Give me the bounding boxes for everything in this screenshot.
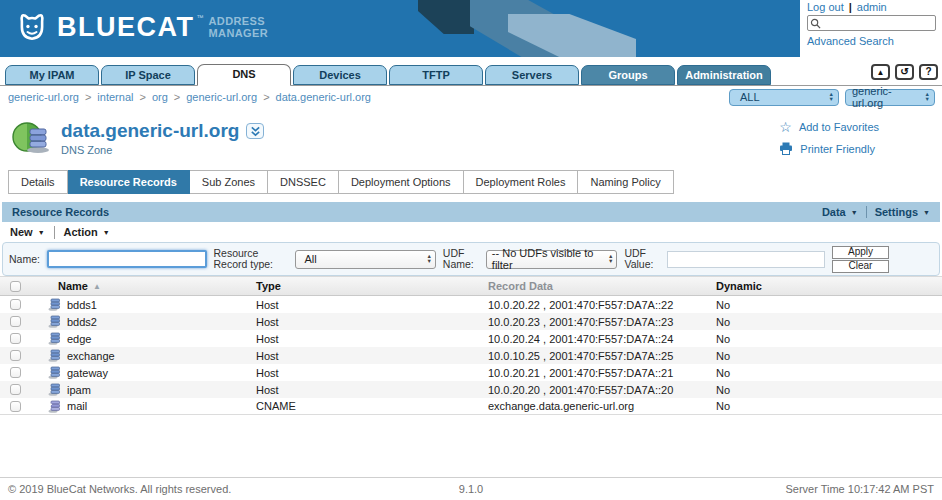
column-header-dynamic[interactable]: Dynamic xyxy=(716,280,942,292)
record-type: Host xyxy=(256,350,488,362)
star-icon: ☆ xyxy=(779,121,792,133)
column-header-name[interactable]: Name xyxy=(58,280,88,292)
subtab-sub-zones[interactable]: Sub Zones xyxy=(190,170,268,194)
breadcrumb-link[interactable]: generic-url.org xyxy=(8,91,79,103)
toolbar-divider xyxy=(54,226,55,239)
record-type: Host xyxy=(256,333,488,345)
header-decoration-shape xyxy=(418,0,474,34)
subtab-dnssec[interactable]: DNSSEC xyxy=(268,170,339,194)
host-record-icon xyxy=(48,332,61,345)
zone-select[interactable]: generic-url.org ▲▼ xyxy=(845,89,935,106)
dropdown-arrow-icon: ▼ xyxy=(103,229,110,236)
row-checkbox[interactable] xyxy=(10,316,21,327)
udf-name-select[interactable]: -- No UDFs visible to filter ▲▼ xyxy=(486,250,618,269)
breadcrumb-link-current[interactable]: data.generic-url.org xyxy=(276,91,371,103)
main-tab-bar: My IPAM IP Space DNS Devices TFTP Server… xyxy=(0,59,942,86)
current-user-link[interactable]: admin xyxy=(857,1,887,13)
history-button[interactable]: ↺ xyxy=(895,64,914,80)
add-to-favorites-link[interactable]: ☆ Add to Favorites xyxy=(779,121,879,133)
search-input[interactable] xyxy=(821,18,933,29)
tab-administration[interactable]: Administration xyxy=(677,65,771,85)
tab-groups[interactable]: Groups xyxy=(581,65,675,85)
record-name-link[interactable]: exchange xyxy=(67,350,115,362)
row-checkbox[interactable] xyxy=(10,333,21,344)
table-row: edge Host 10.0.20.24 , 2001:470:F557:DA7… xyxy=(0,330,942,347)
row-checkbox[interactable] xyxy=(10,367,21,378)
subtab-details[interactable]: Details xyxy=(8,170,68,194)
tab-bar-buttons: ▲ ↺ ? xyxy=(871,64,938,80)
version-text: 9.1.0 xyxy=(0,483,942,495)
record-data: 10.0.20.22 , 2001:470:F557:DA7A::22 xyxy=(488,299,716,311)
object-menu-button[interactable] xyxy=(246,123,264,139)
subtab-naming-policy[interactable]: Naming Policy xyxy=(578,170,673,194)
tab-ip-space[interactable]: IP Space xyxy=(101,65,195,85)
record-dynamic: No xyxy=(716,299,942,311)
filter-buttons: Apply Clear xyxy=(832,246,889,273)
table-row: bdds2 Host 10.0.20.23 , 2001:470:F557:DA… xyxy=(0,313,942,330)
breadcrumb-link[interactable]: org xyxy=(152,91,168,103)
printer-icon xyxy=(779,142,793,155)
page-title-group: data.generic-url.org DNS Zone xyxy=(12,118,264,164)
sort-asc-icon[interactable]: ▲ xyxy=(93,282,101,291)
data-menu[interactable]: Data ▼ xyxy=(822,206,858,218)
breadcrumb-link[interactable]: generic-url.org xyxy=(186,91,257,103)
tab-dns[interactable]: DNS xyxy=(197,64,291,86)
record-dynamic: No xyxy=(716,333,942,345)
record-name-link[interactable]: bdds2 xyxy=(67,316,97,328)
column-header-type[interactable]: Type xyxy=(256,280,488,292)
record-name-link[interactable]: edge xyxy=(67,333,91,345)
account-panel: Log out | admin Advanced Search xyxy=(800,0,942,57)
tab-servers[interactable]: Servers xyxy=(485,65,579,85)
help-button[interactable]: ? xyxy=(919,64,938,80)
record-type: Host xyxy=(256,367,488,379)
advanced-search-link[interactable]: Advanced Search xyxy=(807,35,894,47)
apply-button[interactable]: Apply xyxy=(832,246,889,259)
record-type: CNAME xyxy=(256,400,488,412)
record-name-link[interactable]: ipam xyxy=(67,384,91,396)
bluecat-address-manager-window: BLUECAT ™ ADDRESS MANAGER Log out | admi… xyxy=(0,0,942,500)
row-checkbox[interactable] xyxy=(10,401,21,412)
bluecat-logo: BLUECAT ™ ADDRESS MANAGER xyxy=(14,9,268,45)
row-checkbox[interactable] xyxy=(10,384,21,395)
logo-product-name: ADDRESS MANAGER xyxy=(208,15,268,39)
page-action-links: ☆ Add to Favorites Printer Friendly xyxy=(779,118,879,164)
zone-subtabs: Details Resource Records Sub Zones DNSSE… xyxy=(0,170,942,194)
record-name-link[interactable]: mail xyxy=(67,400,87,412)
printer-friendly-link[interactable]: Printer Friendly xyxy=(779,142,879,155)
object-type-label: DNS Zone xyxy=(61,144,264,156)
collapse-header-button[interactable]: ▲ xyxy=(871,64,890,80)
breadcrumb-row: generic-url.org > internal > org > gener… xyxy=(0,86,942,108)
name-filter-input[interactable] xyxy=(47,250,207,268)
subtab-resource-records[interactable]: Resource Records xyxy=(68,170,190,194)
logout-link[interactable]: Log out xyxy=(807,1,844,13)
record-type: Host xyxy=(256,384,488,396)
tab-my-ipam[interactable]: My IPAM xyxy=(5,65,99,85)
record-dynamic: No xyxy=(716,367,942,379)
new-menu[interactable]: New ▼ xyxy=(10,226,45,238)
record-type: Host xyxy=(256,299,488,311)
select-all-checkbox[interactable] xyxy=(10,281,21,292)
clear-button[interactable]: Clear xyxy=(832,260,889,273)
record-name-link[interactable]: bdds1 xyxy=(67,299,97,311)
subtab-deployment-options[interactable]: Deployment Options xyxy=(339,170,464,194)
tab-tftp[interactable]: TFTP xyxy=(389,65,483,85)
tab-devices[interactable]: Devices xyxy=(293,65,387,85)
record-type-select[interactable]: All ▲▼ xyxy=(295,250,436,269)
dns-zone-icon xyxy=(12,118,52,156)
breadcrumb-link[interactable]: internal xyxy=(97,91,133,103)
action-menu[interactable]: Action ▼ xyxy=(64,226,110,238)
record-data: 10.0.10.25 , 2001:470:F557:DA7A::25 xyxy=(488,350,716,362)
row-checkbox[interactable] xyxy=(10,350,21,361)
udf-value-input[interactable] xyxy=(667,251,825,268)
breadcrumb: generic-url.org > internal > org > gener… xyxy=(8,91,371,103)
record-name-link[interactable]: gateway xyxy=(67,367,108,379)
settings-menu[interactable]: Settings ▼ xyxy=(875,206,930,218)
dropdown-arrow-icon: ▼ xyxy=(851,209,858,216)
select-spinner-icon: ▲▼ xyxy=(421,254,431,264)
breadcrumb-separator: > xyxy=(139,91,145,103)
view-select[interactable]: ALL ▲▼ xyxy=(729,89,839,106)
row-checkbox[interactable] xyxy=(10,299,21,310)
help-icon: ? xyxy=(925,66,931,77)
subtab-deployment-roles[interactable]: Deployment Roles xyxy=(464,170,579,194)
history-icon: ↺ xyxy=(900,66,908,77)
